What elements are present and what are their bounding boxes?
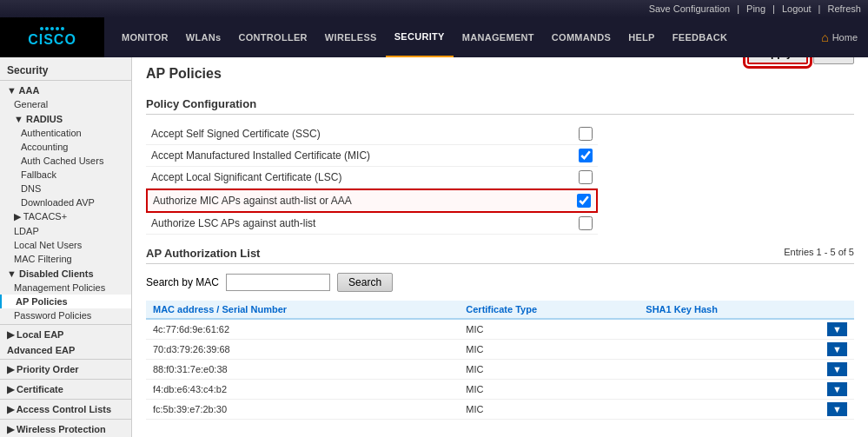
nav-security[interactable]: SECURITY: [386, 17, 454, 57]
dot5: [61, 27, 64, 30]
sidebar-group-priority-order[interactable]: ▶ Priority Order: [0, 361, 131, 377]
cell-mac-3: f4:db:e6:43:c4:b2: [146, 380, 459, 400]
add-button[interactable]: Add: [813, 57, 854, 64]
nav-feedback[interactable]: FEEDBACK: [664, 17, 737, 57]
sidebar-item-fallback[interactable]: Fallback: [0, 168, 131, 182]
sidebar-item-auth-cached[interactable]: Auth Cached Users: [0, 154, 131, 168]
dot2: [45, 27, 49, 30]
nav-commands[interactable]: COMMANDS: [543, 17, 620, 57]
sidebar-item-ap-policies[interactable]: AP Policies: [0, 295, 131, 308]
sidebar-item-accounting[interactable]: Accounting: [0, 140, 131, 154]
sidebar-item-mac-filtering[interactable]: MAC Filtering: [0, 252, 131, 266]
cell-mac-0: 4c:77:6d:9e:61:62: [146, 319, 459, 340]
page-title: AP Policies: [146, 66, 222, 82]
col-header-cert[interactable]: Certificate Type: [459, 301, 639, 319]
nav-controller[interactable]: CONTROLLER: [229, 17, 315, 57]
cell-cert-0: MIC: [459, 319, 639, 340]
row-action-button-2[interactable]: ▼: [827, 362, 847, 376]
home-label: Home: [832, 32, 858, 43]
save-config-link[interactable]: Save Configuration: [649, 3, 731, 14]
cell-mac-2: 88:f0:31:7e:e0:38: [146, 360, 459, 380]
action-buttons: Apply Add: [747, 57, 854, 64]
sidebar-item-ldap[interactable]: LDAP: [0, 224, 131, 238]
sidebar-divider-5: [0, 419, 131, 420]
cell-sha1-1: [639, 340, 820, 360]
row-action-button-0[interactable]: ▼: [827, 322, 847, 336]
header: CISCO MONITOR WLANs CONTROLLER WIRELESS …: [0, 17, 868, 57]
sidebar-item-downloaded-avp[interactable]: Downloaded AVP: [0, 195, 131, 209]
col-header-mac[interactable]: MAC address / Serial Number: [146, 301, 459, 319]
cell-cert-2: MIC: [459, 360, 639, 380]
cell-sha1-2: [639, 360, 820, 380]
col-header-sha1[interactable]: SHA1 Key Hash: [639, 301, 820, 319]
auth-list-title: AP Authorization List: [146, 247, 260, 260]
cell-action-1: ▼: [820, 340, 854, 360]
sidebar-item-password-policies[interactable]: Password Policies: [0, 308, 131, 322]
nav-help[interactable]: HELP: [620, 17, 664, 57]
home-icon: ⌂: [821, 30, 828, 44]
search-button[interactable]: Search: [337, 273, 393, 292]
cell-sha1-3: [639, 380, 820, 400]
row-action-button-3[interactable]: ▼: [827, 382, 847, 396]
policy-row-1: Accept Manufactured Installed Certificat…: [146, 145, 598, 167]
ap-table: MAC address / Serial Number Certificate …: [146, 301, 854, 420]
policy-checkbox-3[interactable]: [577, 194, 591, 208]
nav-wlans[interactable]: WLANs: [177, 17, 230, 57]
nav-management[interactable]: MANAGEMENT: [454, 17, 543, 57]
row-action-button-4[interactable]: ▼: [827, 402, 847, 416]
sidebar-group-wireless-protection[interactable]: ▶ Wireless ProtectionPolicies: [0, 421, 131, 437]
sidebar-item-general[interactable]: General: [0, 97, 131, 111]
policy-checkbox-0[interactable]: [579, 127, 593, 141]
sidebar-divider-3: [0, 379, 131, 380]
apply-button[interactable]: Apply: [747, 57, 807, 64]
cell-cert-4: MIC: [459, 400, 639, 420]
home-button[interactable]: ⌂ Home: [811, 27, 868, 48]
policy-config-table: Accept Self Signed Certificate (SSC) Acc…: [146, 123, 598, 235]
sidebar-group-radius[interactable]: ▼ RADIUS: [0, 111, 131, 126]
ping-link[interactable]: Ping: [746, 3, 765, 14]
search-label: Search by MAC: [146, 276, 219, 288]
cell-cert-3: MIC: [459, 380, 639, 400]
sidebar-title: Security: [0, 61, 131, 78]
sidebar-divider-top: [0, 80, 131, 81]
search-row: Search by MAC Search: [146, 273, 854, 292]
entries-info: Entries 1 - 5 of 5: [784, 247, 854, 257]
sidebar-item-tacacs[interactable]: ▶ TACACS+: [0, 209, 131, 224]
sidebar-group-certificate[interactable]: ▶ Certificate: [0, 381, 131, 397]
policy-checkbox-2[interactable]: [579, 170, 593, 184]
refresh-link[interactable]: Refresh: [827, 3, 861, 14]
table-row: fc:5b:39:e7:2b:30MIC▼: [146, 400, 854, 420]
topbar-actions: Save Configuration | Ping | Logout | Ref…: [649, 3, 861, 14]
row-action-button-1[interactable]: ▼: [827, 342, 847, 356]
nav-monitor[interactable]: MONITOR: [113, 17, 177, 57]
cisco-logo: CISCO: [28, 27, 76, 48]
table-row: 88:f0:31:7e:e0:38MIC▼: [146, 360, 854, 380]
search-input[interactable]: [226, 274, 330, 291]
auth-list-header: AP Authorization List Entries 1 - 5 of 5: [146, 247, 854, 264]
policy-row-0: Accept Self Signed Certificate (SSC): [146, 123, 598, 145]
sidebar-group-disabled-clients[interactable]: ▼ Disabled Clients: [0, 266, 131, 281]
policy-config-header: Policy Configuration: [146, 97, 854, 115]
sidebar-item-dns[interactable]: DNS: [0, 182, 131, 195]
sidebar-group-local-eap[interactable]: ▶ Local EAP: [0, 327, 131, 342]
sidebar-item-management-policies[interactable]: Management Policies: [0, 281, 131, 295]
policy-checkbox-1[interactable]: [579, 149, 593, 162]
sidebar-divider-1: [0, 324, 131, 325]
cisco-dots: [40, 27, 64, 30]
cell-action-2: ▼: [820, 360, 854, 380]
policy-label-1: Accept Manufactured Installed Certificat…: [151, 149, 579, 162]
sidebar-group-aaa[interactable]: ▼ AAA: [0, 83, 131, 97]
dot1: [40, 27, 43, 30]
topbar: Save Configuration | Ping | Logout | Ref…: [0, 0, 868, 17]
sidebar-item-local-net-users[interactable]: Local Net Users: [0, 238, 131, 252]
ap-table-body: 4c:77:6d:9e:61:62MIC▼70:d3:79:26:39:68MI…: [146, 319, 854, 420]
policy-label-3: Authorize MIC APs against auth-list or A…: [153, 195, 577, 207]
nav-wireless[interactable]: WIRELESS: [316, 17, 386, 57]
sidebar-group-acl[interactable]: ▶ Access Control Lists: [0, 401, 131, 417]
logout-link[interactable]: Logout: [782, 3, 812, 14]
sidebar-item-authentication[interactable]: Authentication: [0, 126, 131, 140]
main-layout: Security ▼ AAA General ▼ RADIUS Authenti…: [0, 57, 868, 437]
sidebar-group-advanced-eap[interactable]: Advanced EAP: [0, 342, 131, 357]
policy-checkbox-4[interactable]: [579, 216, 593, 230]
content-area: AP Policies Apply Add Policy Configurati…: [132, 57, 868, 437]
